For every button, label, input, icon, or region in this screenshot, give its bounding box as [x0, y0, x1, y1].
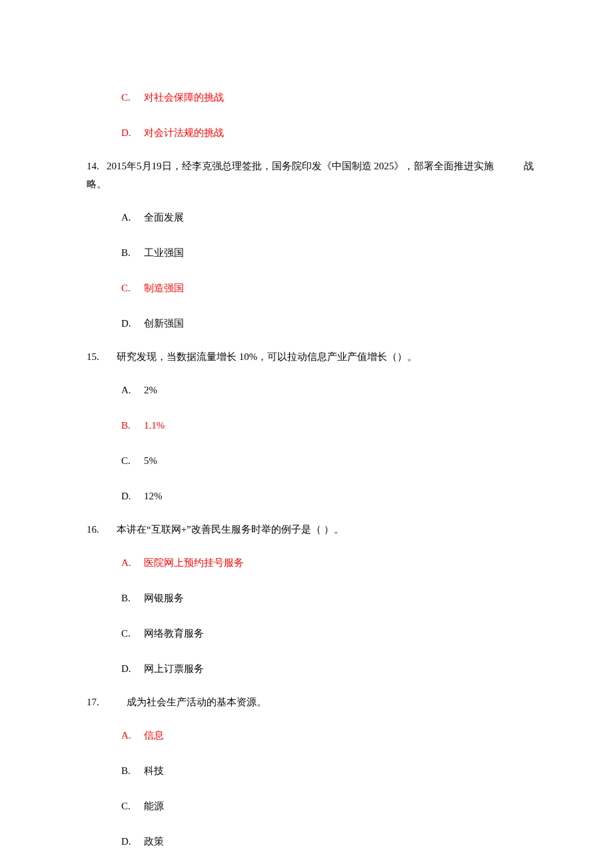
option-letter: D.	[121, 485, 144, 507]
option: D.网上订票服务	[67, 658, 546, 680]
option-text: 1.1%	[144, 420, 165, 431]
option: B.1.1%	[67, 415, 546, 437]
question-number: 14.	[87, 157, 107, 175]
option: B.科技	[67, 760, 546, 782]
question: 17. 成为社会生产活动的基本资源。	[67, 693, 546, 711]
option-text: 5%	[144, 455, 157, 466]
option-letter: D.	[121, 313, 144, 335]
option-text: 2%	[144, 385, 157, 395]
question-number: 17.	[87, 693, 107, 711]
question-number: 16.	[87, 521, 107, 539]
option: C.对社会保障的挑战	[67, 87, 546, 109]
option-text: 工业强国	[144, 247, 184, 258]
option: C.5%	[67, 450, 546, 472]
option: A.信息	[67, 725, 546, 747]
option: A.2%	[67, 379, 546, 401]
question: 14.2015年5月19日，经李克强总理签批，国务院印发《中国制造 2025》，…	[67, 157, 546, 193]
option-letter: C.	[121, 795, 144, 817]
option-letter: B.	[121, 760, 144, 782]
option-letter: C.	[121, 87, 144, 109]
option: C.制造强国	[67, 277, 546, 299]
question: 16. 本讲在“互联网+”改善民生服务时举的例子是（ ）。	[67, 521, 546, 539]
option: C.能源	[67, 795, 546, 817]
option-letter: B.	[121, 587, 144, 609]
option-text: 对社会保障的挑战	[144, 92, 224, 103]
option: D.12%	[67, 485, 546, 507]
question-stem: 研究发现，当数据流量增长 10%，可以拉动信息产业产值增长（）。	[107, 351, 417, 362]
option-letter: D.	[121, 658, 144, 680]
option-letter: A.	[121, 207, 144, 229]
option-letter: D.	[121, 122, 144, 144]
option-letter: D.	[121, 831, 144, 853]
option: C.网络教育服务	[67, 623, 546, 645]
option: B.网银服务	[67, 587, 546, 609]
question-stem: 成为社会生产活动的基本资源。	[107, 697, 267, 707]
option-letter: A.	[121, 379, 144, 401]
option-letter: A.	[121, 552, 144, 574]
question-stem: 2015年5月19日，经李克强总理签批，国务院印发《中国制造 2025》，部署全…	[87, 161, 534, 189]
option: D.对会计法规的挑战	[67, 122, 546, 144]
option: D.创新强国	[67, 313, 546, 335]
exam-page: C.对社会保障的挑战D.对会计法规的挑战14.2015年5月19日，经李克强总理…	[67, 87, 546, 853]
option-letter: C.	[121, 450, 144, 472]
option-letter: C.	[121, 277, 144, 299]
option-text: 制造强国	[144, 283, 184, 293]
option: A.医院网上预约挂号服务	[67, 552, 546, 574]
question-stem: 本讲在“互联网+”改善民生服务时举的例子是（ ）。	[107, 524, 344, 535]
option: A.全面发展	[67, 207, 546, 229]
question-number: 15.	[87, 348, 107, 366]
option-text: 对会计法规的挑战	[144, 127, 224, 138]
option-letter: C.	[121, 623, 144, 645]
option-text: 科技	[144, 765, 164, 776]
option: D.政策	[67, 831, 546, 853]
option-text: 信息	[144, 730, 164, 741]
option-text: 医院网上预约挂号服务	[144, 557, 244, 568]
option-text: 网上订票服务	[144, 663, 204, 674]
option-text: 12%	[144, 491, 163, 501]
option-text: 网络教育服务	[144, 628, 204, 639]
option-text: 政策	[144, 836, 164, 847]
question: 15. 研究发现，当数据流量增长 10%，可以拉动信息产业产值增长（）。	[67, 348, 546, 366]
option-text: 能源	[144, 801, 164, 811]
option-text: 网银服务	[144, 593, 184, 603]
option-letter: A.	[121, 725, 144, 747]
option-letter: B.	[121, 242, 144, 264]
option-text: 全面发展	[144, 212, 184, 223]
option-text: 创新强国	[144, 318, 184, 329]
option: B.工业强国	[67, 242, 546, 264]
option-letter: B.	[121, 415, 144, 437]
